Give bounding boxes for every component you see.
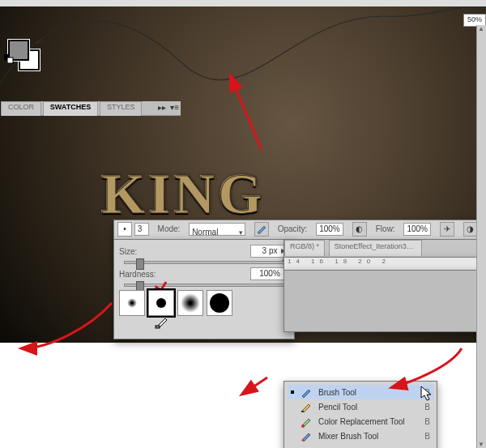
svg-point-7: [301, 425, 305, 428]
panel-menu-icon[interactable]: ▾≡: [170, 103, 179, 112]
tool-icon: [299, 386, 313, 399]
tab-swatches[interactable]: SWATCHES: [43, 101, 98, 116]
size-label: Size:: [119, 247, 164, 256]
tool-icon: [299, 400, 313, 413]
svg-rect-0: [156, 326, 160, 328]
doc-tab-1[interactable]: RGB/8) *: [284, 240, 325, 256]
hardness-slider[interactable]: [124, 284, 284, 287]
swatch-scrollbar[interactable]: [476, 25, 486, 448]
doc-tab-2[interactable]: StoneEffect_Iteration3_tut_Test.psd @ 10…: [329, 240, 422, 256]
default-colors-icon[interactable]: [4, 54, 14, 66]
mode-label: Mode:: [158, 220, 181, 238]
document-gray-area: [284, 270, 486, 332]
tool-icon: [299, 415, 313, 428]
flyout-item-label: Color Replacement Tool: [318, 417, 405, 426]
flyout-item-shortcut: B: [424, 432, 430, 441]
flyout-item-color-replacement-tool[interactable]: Color Replacement ToolB: [288, 414, 433, 429]
flyout-item-label: Brush Tool: [318, 388, 356, 397]
flyout-item-brush-tool[interactable]: Brush ToolB: [288, 385, 433, 399]
brush-size-field[interactable]: 3: [134, 223, 149, 236]
blend-mode-dropdown[interactable]: Normal: [189, 223, 245, 236]
flow-label: Flow:: [376, 220, 395, 238]
flyout-item-mixer-brush-tool[interactable]: Mixer Brush ToolB: [288, 429, 433, 443]
flyout-item-label: Pencil Tool: [318, 403, 357, 412]
opacity-pressure-icon[interactable]: ◐: [352, 222, 367, 237]
brush-options-bar: • 3 Mode: Normal Opacity: 100% ◐ Flow: 1…: [113, 220, 486, 241]
brush-hard-large[interactable]: [207, 290, 232, 316]
tab-styles[interactable]: STYLES: [100, 101, 143, 116]
brush-thumbnails: [119, 290, 289, 316]
brush-tool-flyout: Brush ToolBPencil ToolBColor Replacement…: [284, 381, 437, 448]
brush-panel-icon[interactable]: [254, 222, 269, 237]
flyout-item-label: Mixer Brush Tool: [318, 432, 378, 441]
drawn-path: [0, 6, 486, 152]
brush-cursor-icon: [155, 314, 169, 329]
flow-field[interactable]: 100%: [403, 223, 431, 236]
flyout-item-shortcut: B: [424, 388, 430, 397]
svg-rect-3: [7, 58, 13, 63]
brush-preset-popup: ▸ ⚙ Size: 3 px Hardness: 100%: [113, 239, 295, 339]
flyout-item-pencil-tool[interactable]: Pencil ToolB: [288, 399, 433, 414]
artwork-text: KING: [101, 162, 266, 227]
airbrush-icon[interactable]: ✈: [440, 222, 454, 237]
flyout-item-shortcut: B: [424, 417, 430, 426]
panel-collapse-icon[interactable]: ▸▸: [158, 103, 166, 112]
swap-colors-icon[interactable]: ↶: [36, 37, 43, 48]
tab-color[interactable]: COLOR: [1, 101, 41, 116]
opacity-label: Opacity:: [278, 220, 308, 238]
brush-preset-picker[interactable]: •: [117, 222, 132, 237]
brush-soft-large[interactable]: [177, 290, 203, 316]
hardness-label: Hardness:: [119, 270, 164, 279]
opacity-field[interactable]: 100%: [316, 223, 343, 236]
svg-rect-6: [301, 411, 304, 412]
document-tabs: RGB/8) * StoneEffect_Iteration3_tut_Test…: [284, 239, 486, 258]
size-slider[interactable]: [124, 261, 284, 264]
tool-icon: [299, 429, 313, 442]
brush-soft-small[interactable]: [119, 290, 145, 316]
brush-hard-small[interactable]: [148, 290, 174, 316]
flyout-item-shortcut: B: [424, 403, 430, 412]
